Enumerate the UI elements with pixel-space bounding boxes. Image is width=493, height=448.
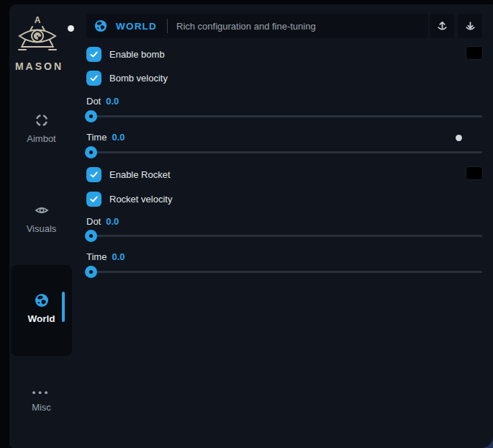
checkbox-checked-icon (86, 192, 101, 207)
slider-label-time: Time 0.0 (86, 131, 482, 143)
checkbox-label: Enable Rocket (109, 169, 171, 180)
sidebar-item-misc[interactable]: ••• Misc (11, 382, 72, 426)
app-window: A MASON Aimbot Visuals World (9, 4, 493, 448)
ellipsis-icon: ••• (11, 387, 72, 398)
slider-label-time: Time 0.0 (86, 251, 482, 263)
brand-name: MASON (9, 61, 67, 72)
checkbox-label: Rocket velocity (109, 194, 172, 205)
slider-dot-bomb[interactable] (86, 110, 482, 122)
sidebar-item-label: Visuals (27, 223, 57, 234)
slider-dot-rocket[interactable] (86, 230, 482, 242)
checkbox-checked-icon (86, 47, 101, 62)
slider-value: 0.0 (106, 96, 119, 107)
checkbox-checked-icon (86, 167, 101, 182)
mason-logo-icon: A (17, 14, 58, 56)
sidebar-item-world[interactable]: World (11, 265, 72, 356)
selected-indicator-bar (62, 292, 65, 322)
settings-panel: Enable bomb Bomb velocity Dot 0.0 Time 0… (86, 4, 482, 448)
slider-track[interactable] (86, 235, 482, 237)
crosshair-icon (35, 113, 49, 127)
checkbox-checked-icon (86, 71, 101, 86)
slider-track[interactable] (86, 271, 482, 273)
slider-handle[interactable] (85, 230, 97, 242)
checkbox-label: Enable bomb (109, 49, 165, 60)
svg-text:A: A (35, 15, 41, 25)
sidebar-item-label: Misc (32, 402, 51, 413)
slider-label-dot: Dot 0.0 (86, 215, 482, 228)
sidebar-item-visuals[interactable]: Visuals (11, 199, 72, 242)
slider-value: 0.0 (112, 132, 125, 143)
slider-value: 0.0 (106, 216, 119, 227)
slider-handle[interactable] (85, 110, 97, 122)
checkbox-enable-rocket[interactable]: Enable Rocket (86, 167, 482, 182)
slider-time-bomb[interactable] (86, 146, 482, 158)
sidebar: A MASON Aimbot Visuals World (9, 4, 77, 448)
checkbox-label: Bomb velocity (109, 73, 168, 84)
bomb-color-swatch[interactable] (466, 46, 483, 60)
globe-icon (35, 293, 49, 308)
sidebar-item-aimbot[interactable]: Aimbot (11, 109, 72, 152)
slider-label-dot: Dot 0.0 (86, 95, 482, 107)
rocket-color-swatch[interactable] (466, 166, 483, 180)
checkbox-enable-bomb[interactable]: Enable bomb (86, 47, 482, 62)
slider-handle[interactable] (85, 146, 97, 158)
eye-icon (35, 203, 49, 218)
slider-handle[interactable] (85, 266, 97, 278)
sidebar-item-label: Aimbot (27, 133, 55, 144)
slider-track[interactable] (86, 151, 482, 153)
slider-track[interactable] (86, 115, 482, 117)
slider-value: 0.0 (112, 251, 125, 262)
checkbox-bomb-velocity[interactable]: Bomb velocity (86, 71, 482, 86)
slider-time-rocket[interactable] (86, 266, 482, 278)
checkbox-rocket-velocity[interactable]: Rocket velocity (86, 192, 482, 207)
cursor-dot (68, 25, 74, 32)
sidebar-item-label: World (28, 313, 55, 324)
